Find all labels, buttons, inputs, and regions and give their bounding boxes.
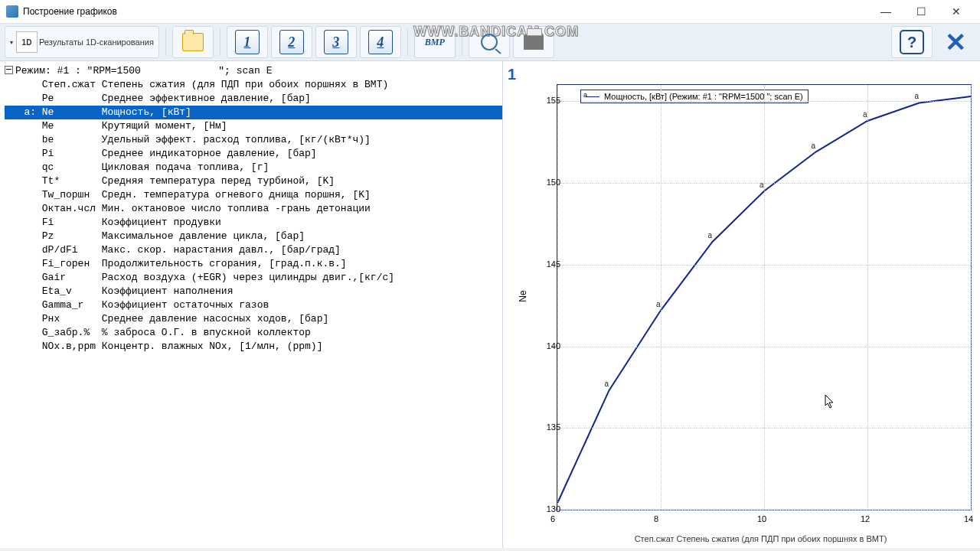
plot-area[interactable]: Мощность, [кВт] (Режим: #1 : "RPM=1500 "… bbox=[557, 84, 972, 510]
x-tick: 6 bbox=[550, 514, 555, 523]
data-point-label: a bbox=[656, 300, 661, 308]
tree-item-Me[interactable]: Me Крутящий момент, [Нм] bbox=[5, 119, 502, 133]
tree-item-Eta_v[interactable]: Eta_v Коэффициент наполнения bbox=[5, 285, 502, 298]
tree-item-Tt[interactable]: Tt* Средняя температура перед турбиной, … bbox=[5, 174, 502, 188]
tree-item-Fi[interactable]: Fi Коэффициент продувки bbox=[5, 216, 502, 230]
page-2-button[interactable]: 2 bbox=[271, 26, 312, 58]
x-tick: 14 bbox=[964, 514, 973, 523]
tree-item-[interactable]: Октан.чсл Мин. октановое число топлива -… bbox=[5, 202, 502, 216]
printer-icon bbox=[524, 34, 544, 50]
close-x-icon: ✕ bbox=[945, 31, 966, 53]
chart-index: 1 bbox=[508, 66, 516, 83]
close-panel-button[interactable]: ✕ bbox=[936, 27, 975, 57]
page-1-button[interactable]: 1 bbox=[227, 26, 268, 58]
tree-item-Pi[interactable]: Pi Среднее индикаторное давление, [бар] bbox=[5, 147, 502, 161]
y-tick: 135 bbox=[530, 422, 560, 432]
y-tick: 140 bbox=[530, 341, 560, 350]
data-point-label: a bbox=[863, 110, 867, 119]
close-button[interactable]: ✕ bbox=[939, 1, 974, 22]
scan-results-dropdown[interactable]: ▾ 1D Результаты 1D-сканирования bbox=[5, 26, 159, 58]
x-tick: 10 bbox=[757, 514, 766, 523]
tree-item-G_[interactable]: G_забр.% % заброса О.Г. в впускной колле… bbox=[5, 326, 502, 340]
tree-item-dPdFi[interactable]: dP/dFi Макс. скор. нарастания давл., [ба… bbox=[5, 243, 502, 257]
data-point-label: a bbox=[708, 231, 713, 240]
tree-item-Pe[interactable]: Pe Среднее эффективное давление, [бар] bbox=[5, 92, 502, 106]
data-point-label: a bbox=[812, 142, 816, 150]
data-point-label: a bbox=[605, 380, 609, 388]
scan-icon: 1D bbox=[16, 31, 38, 53]
tree-item-Gair[interactable]: Gair Расход воздуха (+EGR) через цилиндр… bbox=[5, 271, 502, 285]
parameter-tree[interactable]: Режим: #1 : "RPM=1500 "; scan E Степ.сжа… bbox=[0, 61, 503, 548]
app-icon bbox=[6, 5, 18, 18]
tree-item-P[interactable]: Pнх Среднее давление насосных ходов, [ба… bbox=[5, 312, 502, 326]
x-tick: 8 bbox=[654, 514, 658, 523]
titlebar: Построение графиков — ☐ ✕ bbox=[0, 0, 980, 24]
scan-results-label: Результаты 1D-сканирования bbox=[39, 37, 154, 47]
chart-panel: 1 Ne Мощность, [кВт] (Режим: #1 : "RPM=1… bbox=[503, 61, 980, 548]
x-axis-label: Степ.сжат Степень сжатия (для ПДП при об… bbox=[557, 534, 965, 543]
tree-item-Pz[interactable]: Pz Максимальное давление цикла, [бар] bbox=[5, 230, 502, 243]
y-tick: 155 bbox=[530, 96, 560, 105]
tree-item-Tw_[interactable]: Tw_поршн Средн. температура огневого дни… bbox=[5, 188, 502, 202]
tree-item-Fi_[interactable]: Fi_горен Продолжительность сгорания, [гр… bbox=[5, 257, 502, 271]
open-button[interactable] bbox=[172, 26, 214, 58]
x-tick: 12 bbox=[861, 514, 870, 523]
print-button[interactable] bbox=[513, 26, 554, 58]
bmp-icon: BMP bbox=[425, 37, 445, 48]
data-point-label: a bbox=[760, 181, 764, 189]
tree-item-[interactable]: Степ.сжат Степень сжатия (для ПДП при об… bbox=[5, 78, 502, 92]
y-tick: 150 bbox=[530, 178, 560, 187]
tree-item-NOxppm[interactable]: NOx.в,ppm Концентр. влажных NOx, [1/млн,… bbox=[5, 340, 502, 354]
data-point-label: a bbox=[915, 92, 920, 100]
y-tick: 130 bbox=[530, 504, 560, 514]
content-area: Режим: #1 : "RPM=1500 "; scan E Степ.сжа… bbox=[0, 61, 980, 548]
help-icon: ? bbox=[900, 30, 924, 54]
minimize-button[interactable]: — bbox=[868, 1, 903, 22]
y-axis-label: Ne bbox=[518, 290, 528, 302]
folder-icon bbox=[182, 33, 204, 51]
window-title: Построение графиков bbox=[23, 6, 117, 17]
tree-item-Ne[interactable]: a: Ne Мощность, [кВт] bbox=[5, 106, 502, 119]
page-3-button[interactable]: 3 bbox=[315, 26, 357, 58]
bmp-export-button[interactable]: BMP bbox=[414, 26, 456, 58]
tree-item-qc[interactable]: qc Цикловая подача топлива, [г] bbox=[5, 161, 502, 174]
y-tick: 145 bbox=[530, 259, 560, 269]
maximize-button[interactable]: ☐ bbox=[903, 1, 939, 22]
tree-item-be[interactable]: be Удельный эффект. расход топлива, [кг/… bbox=[5, 133, 502, 147]
help-button[interactable]: ? bbox=[891, 26, 933, 58]
magnifier-icon bbox=[481, 34, 498, 51]
page-4-button[interactable]: 4 bbox=[360, 26, 401, 58]
tree-root-node[interactable]: Режим: #1 : "RPM=1500 "; scan E bbox=[5, 64, 502, 78]
toolbar: WWW.BANDICAM.COM ▾ 1D Результаты 1D-скан… bbox=[0, 24, 980, 61]
collapse-icon[interactable] bbox=[5, 66, 13, 74]
tree-item-Gamma_r[interactable]: Gamma_r Коэффициент остаточных газов bbox=[5, 298, 502, 312]
zoom-button[interactable] bbox=[469, 26, 510, 58]
